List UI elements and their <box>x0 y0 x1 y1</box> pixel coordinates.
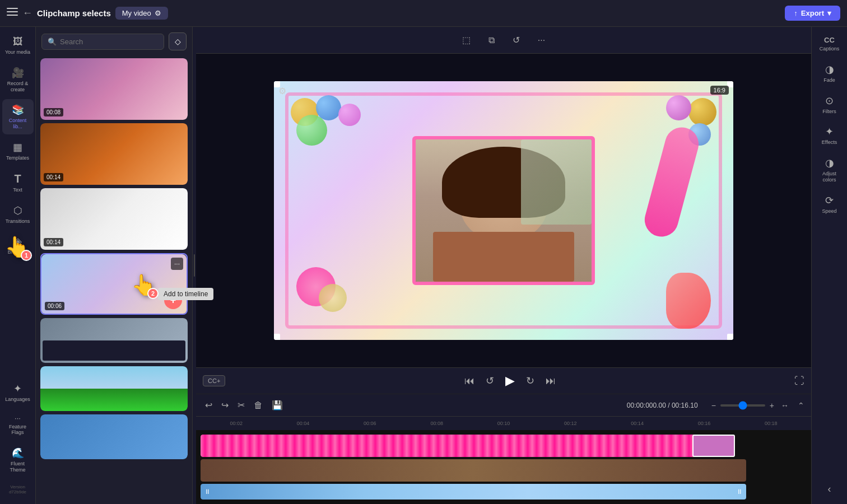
sidebar-item-content-library[interactable]: 📚 Content lib... <box>2 99 34 134</box>
fit-timeline-button[interactable]: ↔ <box>779 399 791 412</box>
sidebar-item-feature-flags[interactable]: ··· Feature Flags <box>2 409 34 441</box>
video-inner <box>414 138 593 283</box>
sidebar-item-brand-kit[interactable]: ◈ Brand kit <box>2 231 34 260</box>
playback-controls: CC+ ⏮ ↺ ▶ ↻ ⏭ ⛶ <box>196 367 811 394</box>
text-icon: T <box>14 172 21 185</box>
sidebar-item-label: Your media <box>5 49 30 55</box>
sidebar-item-speed[interactable]: ⟳ Speed <box>814 190 845 219</box>
captions-button[interactable]: CC+ <box>203 375 225 386</box>
undo-button[interactable]: ↩ <box>203 398 215 413</box>
search-input[interactable] <box>60 38 158 46</box>
search-box[interactable]: 🔍 <box>41 34 164 50</box>
diamond-button[interactable]: ◇ <box>169 32 187 50</box>
timeline-collapse-button[interactable]: ⌃ <box>798 401 804 410</box>
sidebar-item-adjust-colors[interactable]: ◑ Adjust colors <box>814 152 845 188</box>
sidebar-item-record-create[interactable]: 🎥 Record &create <box>2 62 34 97</box>
filters-icon: ⊙ <box>825 95 834 107</box>
corner-handle-br[interactable] <box>727 334 733 340</box>
zoom-out-button[interactable]: − <box>709 399 718 412</box>
sidebar-item-label: Text <box>13 187 22 193</box>
fullscreen-button[interactable]: ⛶ <box>794 375 804 387</box>
tab-label: My video <box>122 9 151 17</box>
media-thumb-7[interactable] <box>40 414 188 459</box>
sidebar-item-templates[interactable]: ▦ Templates <box>2 137 34 166</box>
speed-icon: ⟳ <box>825 194 834 207</box>
sidebar-item-label: Transitions <box>6 218 30 225</box>
tab-my-video[interactable]: My video ⚙ <box>115 7 168 20</box>
sidebar-item-label: Templates <box>6 155 29 161</box>
content-lib-icon: 📚 <box>12 104 24 116</box>
sidebar-item-expand[interactable]: ‹ <box>814 479 845 500</box>
app-title: Clipchamp selects <box>37 8 111 18</box>
sidebar-item-filters[interactable]: ⊙ Filters <box>814 90 845 119</box>
ruler-mark: 00:12 <box>537 421 604 426</box>
languages-icon: ✦ <box>13 382 22 395</box>
sidebar-item-label: Fluent Theme <box>4 461 31 473</box>
video-track[interactable] <box>201 459 807 482</box>
media-thumb-6[interactable] <box>40 366 188 411</box>
sidebar-item-effects[interactable]: ✦ Effects <box>814 121 845 150</box>
timeline-area: ↩ ↪ ✂ 🗑 💾 00:00:000.00 / 00:16.10 − + ↔ … <box>196 394 811 504</box>
more-tools-button[interactable]: ··· <box>533 33 550 48</box>
zoom-in-button[interactable]: + <box>767 399 776 412</box>
delete-button[interactable]: 🗑 <box>252 398 265 413</box>
sidebar-item-fade[interactable]: ◑ Fade <box>814 59 845 88</box>
brand-kit-icon: ◈ <box>14 235 22 248</box>
hamburger-icon[interactable] <box>7 8 18 19</box>
sidebar-item-text[interactable]: T Text <box>2 168 34 198</box>
pip-tool-button[interactable]: ⧉ <box>484 33 499 48</box>
media-thumb-3[interactable]: 00:14 <box>40 188 188 250</box>
audio-track[interactable]: ⏸ ⏸ <box>201 484 807 500</box>
sidebar-item-captions[interactable]: CC Captions <box>814 31 845 57</box>
record-create-icon: 🎥 <box>12 67 24 79</box>
canvas-settings[interactable]: ⚙ <box>278 86 286 96</box>
canvas-area: ⬚ ⧉ ↺ ··· <box>196 27 811 504</box>
corner-handle-bl[interactable] <box>274 334 280 340</box>
canvas-ratio: 16:9 <box>710 86 729 95</box>
export-button[interactable]: ↑ Export ▾ <box>785 6 840 21</box>
templates-icon: ▦ <box>13 141 22 153</box>
sidebar-item-your-media[interactable]: 🖼 Your media <box>2 31 34 60</box>
media-thumb-1[interactable]: 00:08 <box>40 58 188 120</box>
media-panel: 🔍 ◇ 00:08 00:14 00:14 <box>36 27 193 504</box>
ruler-mark: 00:18 <box>738 421 804 426</box>
rotate-tool-button[interactable]: ↺ <box>508 32 524 48</box>
add-to-timeline-button[interactable]: + <box>164 291 182 309</box>
effects-icon: ✦ <box>825 125 834 138</box>
fade-icon: ◑ <box>825 63 834 76</box>
crop-tool-button[interactable]: ⬚ <box>458 32 475 48</box>
video-preview: ⚙ 16:9 <box>274 81 733 340</box>
effect-track[interactable] <box>201 435 807 457</box>
save-button[interactable]: 💾 <box>269 398 285 413</box>
sidebar-item-languages[interactable]: ✦ Languages <box>2 378 34 407</box>
redo-button[interactable]: ↪ <box>219 398 231 413</box>
topbar-left: ← Clipchamp selects My video ⚙ <box>7 7 778 20</box>
rewind-5s-button[interactable]: ↺ <box>486 375 494 387</box>
ruler-mark: 00:10 <box>470 421 537 426</box>
version-label: Versiond72b9de <box>9 484 26 495</box>
forward-5s-button[interactable]: ↻ <box>526 375 534 387</box>
sidebar-item-fluent-theme[interactable]: 🌊 Fluent Theme <box>2 442 34 478</box>
timeline-toolbar: ↩ ↪ ✂ 🗑 💾 00:00:000.00 / 00:16.10 − + ↔ … <box>196 394 811 417</box>
sidebar-item-transitions[interactable]: ⬡ Transitions <box>2 200 34 229</box>
play-pause-button[interactable]: ▶ <box>505 374 515 388</box>
media-panel-header: 🔍 ◇ <box>36 27 192 56</box>
skip-to-start-button[interactable]: ⏮ <box>464 375 474 387</box>
media-thumb-5[interactable] <box>40 318 188 363</box>
time-separator: / <box>668 402 672 409</box>
cut-button[interactable]: ✂ <box>235 398 247 413</box>
skip-to-end-button[interactable]: ⏭ <box>546 375 556 387</box>
export-chevron: ▾ <box>827 9 831 17</box>
thumb-duration-2: 00:14 <box>44 173 63 181</box>
back-button[interactable]: ← <box>22 7 32 19</box>
video-canvas[interactable] <box>274 81 733 340</box>
thumb-duration-4: 00:06 <box>45 302 64 310</box>
tab-icon: ⚙ <box>155 9 161 17</box>
media-thumb-2[interactable]: 00:14 <box>40 123 188 185</box>
sidebar-item-label: Languages <box>5 396 30 403</box>
tab-group: My video ⚙ <box>115 7 168 20</box>
media-thumb-4[interactable]: 00:06 ··· + <box>40 253 188 315</box>
thumb-menu-4[interactable]: ··· <box>171 258 183 270</box>
total-time: 00:16.10 <box>672 402 698 409</box>
zoom-slider[interactable] <box>720 404 765 407</box>
